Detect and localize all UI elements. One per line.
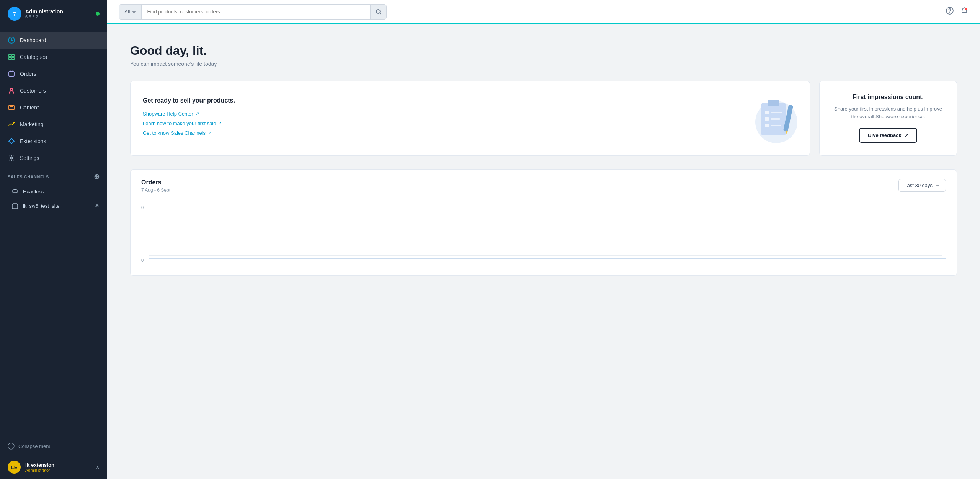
svg-rect-24 xyxy=(771,118,780,120)
svg-point-1 xyxy=(14,14,15,16)
sidebar-item-store-label: lit_sw6_test_site xyxy=(23,203,59,209)
sidebar-header: Administration 6.5.5.2 xyxy=(0,0,107,28)
help-button[interactable] xyxy=(946,7,954,17)
give-feedback-button[interactable]: Give feedback ↗ xyxy=(859,128,917,143)
add-sales-channel-button[interactable]: ⊕ xyxy=(94,173,100,181)
sidebar-item-settings-label: Settings xyxy=(20,155,39,161)
topbar-actions xyxy=(946,7,969,17)
svg-rect-13 xyxy=(12,205,18,209)
collapse-menu-button[interactable]: Collapse menu xyxy=(0,437,107,455)
search-submit-button[interactable] xyxy=(370,5,386,19)
search-filter-label: All xyxy=(124,9,130,15)
filter-chevron-icon xyxy=(936,183,940,188)
orders-filter-dropdown[interactable]: Last 30 days xyxy=(898,179,946,192)
store-visibility-icon[interactable]: 👁 xyxy=(95,203,100,209)
svg-rect-20 xyxy=(768,100,779,106)
external-link-icon-3: ↗ xyxy=(208,130,211,135)
sidebar-item-headless[interactable]: Headless xyxy=(0,184,107,199)
settings-icon xyxy=(8,154,15,162)
user-info: lit extension Administrator xyxy=(25,462,54,472)
sidebar-item-dashboard-label: Dashboard xyxy=(20,37,46,43)
app-version: 6.5.5.2 xyxy=(25,15,63,19)
external-link-icon-1: ↗ xyxy=(196,111,199,116)
svg-rect-12 xyxy=(13,190,17,193)
sidebar-item-orders-label: Orders xyxy=(20,71,36,77)
sidebar-item-store[interactable]: lit_sw6_test_site 👁 xyxy=(0,199,107,213)
orders-date-range: 7 Aug - 6 Sept xyxy=(141,187,170,193)
store-icon xyxy=(11,202,18,209)
sidebar-item-orders[interactable]: Orders xyxy=(0,65,107,82)
chart-label-bottom: 0 xyxy=(141,258,144,262)
customers-icon xyxy=(8,87,15,94)
sell-products-card: Get ready to sell your products. Shopwar… xyxy=(130,81,810,156)
notifications-button[interactable] xyxy=(960,7,969,17)
sidebar-item-marketing-label: Marketing xyxy=(20,121,43,127)
user-name: lit extension xyxy=(25,462,54,468)
svg-rect-4 xyxy=(12,54,14,57)
feedback-card-title: First impressions count. xyxy=(853,94,924,101)
search-bar: All xyxy=(119,4,387,20)
cards-row: Get ready to sell your products. Shopwar… xyxy=(130,81,957,156)
svg-rect-21 xyxy=(765,111,769,114)
feedback-card: First impressions count. Share your firs… xyxy=(819,81,957,156)
sidebar-item-content-label: Content xyxy=(20,104,39,111)
search-filter-button[interactable]: All xyxy=(119,5,142,19)
svg-rect-7 xyxy=(9,72,14,76)
sales-channels-link[interactable]: Get to know Sales Channels ↗ xyxy=(143,130,735,136)
marketing-icon xyxy=(8,121,15,128)
catalogues-icon xyxy=(8,53,15,61)
dashboard-icon xyxy=(8,36,15,44)
search-input[interactable] xyxy=(142,9,370,15)
chevron-down-icon xyxy=(132,10,136,14)
sidebar-item-headless-label: Headless xyxy=(23,189,44,194)
sidebar-item-catalogues-label: Catalogues xyxy=(20,54,47,60)
orders-title-area: Orders 7 Aug - 6 Sept xyxy=(141,179,170,193)
sidebar-item-customers[interactable]: Customers xyxy=(0,82,107,99)
svg-rect-26 xyxy=(771,125,781,126)
user-menu-chevron: ∧ xyxy=(96,464,100,470)
svg-rect-25 xyxy=(765,124,769,127)
sidebar: Administration 6.5.5.2 Dashboard xyxy=(0,0,107,479)
status-dot xyxy=(96,12,100,16)
svg-rect-5 xyxy=(9,57,11,60)
sales-channels-label: Sales Channels xyxy=(8,174,49,179)
sidebar-item-extensions-label: Extensions xyxy=(20,138,46,144)
svg-point-17 xyxy=(949,12,950,13)
sidebar-nav: Dashboard Catalogues xyxy=(0,28,107,437)
sidebar-user[interactable]: LE lit extension Administrator ∧ xyxy=(0,455,107,479)
sidebar-item-dashboard[interactable]: Dashboard xyxy=(0,32,107,49)
sidebar-item-content[interactable]: Content xyxy=(0,99,107,116)
svg-point-11 xyxy=(11,157,13,159)
sell-products-title: Get ready to sell your products. xyxy=(143,97,735,104)
feedback-card-description: Share your first impressions and help us… xyxy=(832,105,944,120)
sell-illustration xyxy=(751,93,797,143)
main-area: All xyxy=(107,0,980,479)
orders-filter-label: Last 30 days xyxy=(904,182,933,188)
first-sale-link[interactable]: Learn how to make your first sale ↗ xyxy=(143,121,735,126)
collapse-menu-label: Collapse menu xyxy=(18,443,52,449)
svg-point-0 xyxy=(11,10,18,18)
sales-channels-link-label: Get to know Sales Channels xyxy=(143,130,206,136)
user-avatar: LE xyxy=(8,461,21,474)
sidebar-item-extensions[interactable]: Extensions xyxy=(0,133,107,150)
sidebar-item-marketing[interactable]: Marketing xyxy=(0,116,107,133)
orders-section: Orders 7 Aug - 6 Sept Last 30 days 0 0 xyxy=(130,169,957,276)
first-sale-link-label: Learn how to make your first sale xyxy=(143,121,216,126)
give-feedback-label: Give feedback xyxy=(867,132,901,138)
help-center-link[interactable]: Shopware Help Center ↗ xyxy=(143,111,735,117)
sidebar-item-settings[interactable]: Settings xyxy=(0,150,107,166)
search-icon xyxy=(376,9,382,15)
headless-icon xyxy=(11,188,18,195)
app-info: Administration 6.5.5.2 xyxy=(25,8,63,19)
content-icon xyxy=(8,104,15,111)
svg-point-8 xyxy=(10,88,13,91)
user-role: Administrator xyxy=(25,468,54,472)
sidebar-item-catalogues[interactable]: Catalogues xyxy=(0,49,107,65)
svg-rect-6 xyxy=(12,57,14,60)
greeting-subtitle: You can impact someone's life today. xyxy=(130,61,957,67)
svg-rect-22 xyxy=(771,112,782,113)
help-center-link-label: Shopware Help Center xyxy=(143,111,193,117)
orders-icon xyxy=(8,70,15,78)
feedback-external-icon: ↗ xyxy=(905,132,909,138)
sell-products-content: Get ready to sell your products. Shopwar… xyxy=(143,97,735,140)
